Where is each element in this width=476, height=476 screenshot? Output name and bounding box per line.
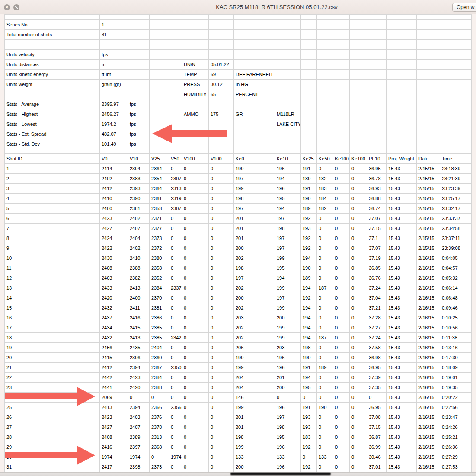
- cell: 36.99: [367, 442, 387, 452]
- cell: 2/16/15: [417, 393, 440, 403]
- cell: 2408: [100, 432, 128, 442]
- meta-row: Stats - Average2395.97fps: [5, 99, 472, 109]
- cell: 15.43: [387, 283, 417, 293]
- cell: 2427: [100, 224, 128, 233]
- cell: 2/16/15: [417, 383, 440, 393]
- cell: 0:24:26: [440, 422, 472, 432]
- cell: [350, 139, 367, 149]
- cell: [440, 15, 472, 20]
- cell: 0: [182, 164, 209, 174]
- shot-row: 824242404237300020119719200037.115.432/1…: [5, 233, 472, 243]
- cell: 0: [333, 462, 350, 472]
- cell: Ke25: [301, 154, 317, 164]
- cell: 30.46: [367, 452, 387, 462]
- cell: Time: [440, 154, 472, 164]
- cell: 15.43: [387, 403, 417, 412]
- cell: [150, 99, 169, 109]
- cell: 15.43: [387, 363, 417, 373]
- cell: 6: [5, 214, 100, 224]
- cell: [317, 30, 333, 40]
- cell: 0:17:30: [440, 353, 472, 363]
- cell: [333, 70, 350, 80]
- cell: 15.43: [387, 243, 417, 253]
- cell: [275, 99, 301, 109]
- cell: 0: [182, 452, 209, 462]
- cell: 2: [5, 174, 100, 184]
- cell: 0: [209, 383, 234, 393]
- cell: 15.43: [387, 194, 417, 204]
- cell: 15.43: [387, 323, 417, 333]
- cell: 36.95: [367, 403, 387, 412]
- cell: 2/15/15: [417, 204, 440, 214]
- cell: 15.43: [387, 393, 417, 403]
- cell: [350, 60, 367, 70]
- cell: [128, 50, 150, 60]
- cell: 482.07: [100, 129, 128, 139]
- cell: 0: [209, 403, 234, 412]
- cell: 2441: [100, 383, 128, 393]
- open-with-button[interactable]: Open w: [452, 3, 476, 12]
- cell: 2412: [100, 363, 128, 373]
- cell: 0: [169, 442, 182, 452]
- cell: 2420: [128, 383, 150, 393]
- cell: ft-lbf: [100, 70, 128, 80]
- cell: [169, 50, 182, 60]
- cell: 37.24: [367, 333, 387, 343]
- cell: 195: [275, 194, 301, 204]
- cell: 2415: [128, 323, 150, 333]
- cell: [301, 109, 317, 119]
- cell: 2442: [100, 373, 128, 383]
- csv-tbody: Series No1Total number of shots31Units v…: [5, 15, 472, 472]
- cell: [182, 30, 209, 40]
- cell: 15.43: [387, 333, 417, 343]
- cell: [5, 149, 100, 154]
- cell: [150, 80, 169, 89]
- cell: 0: [333, 303, 350, 313]
- cell: 15.43: [387, 373, 417, 383]
- cell: [209, 50, 234, 60]
- cell: 0: [317, 164, 333, 174]
- cell: 2376: [150, 412, 169, 422]
- cell: 2/16/15: [417, 442, 440, 452]
- cell: 0: [209, 283, 234, 293]
- cell: 190: [301, 194, 317, 204]
- cell: 1974: [100, 452, 128, 462]
- cell: 0: [169, 422, 182, 432]
- meta-row: HUMIDITY65PERCENT: [5, 89, 472, 99]
- cell: 0: [182, 194, 209, 204]
- cell: 0: [317, 442, 333, 452]
- cell: 2407: [128, 224, 150, 233]
- window-title: KAC SR25 M118LR 6TH SESSION 05.01.22.csv: [0, 4, 476, 10]
- meta-row: Units kinetic energyft-lbfTEMP69DEF FARE…: [5, 70, 472, 80]
- cell: [440, 139, 472, 149]
- cell: 0: [333, 253, 350, 263]
- cell: 0: [317, 323, 333, 333]
- cell: 0:22:56: [440, 403, 472, 412]
- cell: [275, 20, 301, 30]
- cell: 2388: [128, 263, 150, 273]
- cell: 0:19:35: [440, 383, 472, 393]
- cell: 200: [234, 462, 275, 472]
- cell: 0: [209, 363, 234, 373]
- cell: [128, 15, 150, 20]
- cell: 2360: [150, 353, 169, 363]
- cell: 0: [182, 442, 209, 452]
- cell: 2356: [169, 403, 182, 412]
- cell: [417, 139, 440, 149]
- cell: Stats - Std. Dev: [5, 139, 100, 149]
- cell: 37.39: [367, 373, 387, 383]
- cell: [275, 40, 301, 50]
- cell: 0: [209, 204, 234, 214]
- cell: [350, 20, 367, 30]
- cell: [440, 70, 472, 80]
- cell: 17: [5, 323, 100, 333]
- cell: 2/16/15: [417, 253, 440, 263]
- cell: 194: [301, 333, 317, 343]
- cell: [417, 50, 440, 60]
- cell: [128, 60, 150, 70]
- cell: 0: [317, 233, 333, 243]
- cell: GR: [234, 109, 275, 119]
- cell: [128, 149, 150, 154]
- cell: [367, 129, 387, 139]
- cell: 2342: [169, 333, 182, 343]
